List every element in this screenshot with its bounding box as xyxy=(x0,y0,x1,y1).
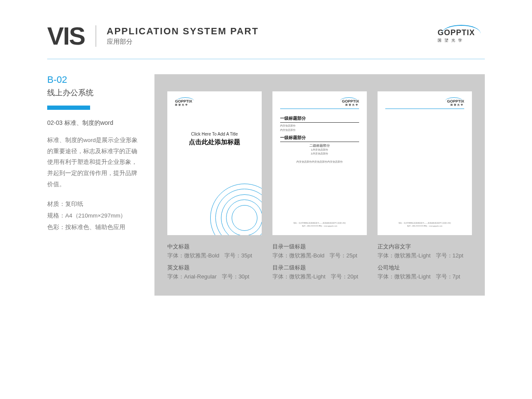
caption-title: 目录一级标题 xyxy=(272,243,367,251)
spec-material: 材质：复印纸 xyxy=(47,198,142,210)
caption-title: 英文标题 xyxy=(167,264,262,272)
footer-contact: 电话：400-XXXXXXX 网址：www.gopptix.com xyxy=(280,224,359,227)
caption-row: 字体：微软雅黑-Bold 字号：25pt xyxy=(272,252,367,260)
section-code: B-02 xyxy=(47,74,142,85)
caption-group-2: 目录一级标题 字体：微软雅黑-Bold 字号：25pt 目录二级标题 字体：微软… xyxy=(272,243,367,285)
section-title: 线上办公系统 xyxy=(47,88,142,98)
logo-arc-icon xyxy=(445,97,462,101)
caption-title: 目录二级标题 xyxy=(272,264,367,272)
toc-body-line: 内文信息部分内文信息部分内文信息部分 xyxy=(280,160,359,164)
page-logo: GOPPTIX 国望光学 xyxy=(342,99,359,106)
page-footer: 地址：北京市朝阳区某某路某某号——某某国际某某某中心某某1-8层 电话：400-… xyxy=(280,221,359,227)
page-logo-sub: 国望光学 xyxy=(175,103,254,106)
caption-font: 字体：微软雅黑-Bold xyxy=(167,252,219,260)
page-column-2: GOPPTIX 国望光学 一级标题部分 内文信息部分 内文信息部分 一级标题部分… xyxy=(272,91,367,285)
toc-section: 一级标题部分 内文信息部分 内文信息部分 一级标题部分 二级标题部分 1.内文信… xyxy=(280,115,359,164)
caption-row: 字体：Arial-Regular 字号：30pt xyxy=(167,273,262,281)
page-header: VIS APPLICATION SYSTEM PART 应用部分 GOPPTIX… xyxy=(0,0,532,59)
caption-row: 字体：微软雅黑-Light 字号：12pt xyxy=(378,252,472,260)
page-toc: GOPPTIX 国望光学 一级标题部分 内文信息部分 内文信息部分 一级标题部分… xyxy=(272,91,367,235)
toc-heading-2: 二级标题部分 xyxy=(280,143,359,148)
cover-title-cn: 点击此处添加标题 xyxy=(175,138,254,146)
vis-title: VIS xyxy=(47,21,85,50)
caption-font: 字体：微软雅黑-Light xyxy=(378,273,431,281)
caption-group-3: 正文内容文字 字体：微软雅黑-Light 字号：12pt 公司地址 字体：微软雅… xyxy=(378,243,472,285)
toc-body-text: 内文信息部分 xyxy=(280,128,359,133)
caption-row: 字体：微软雅黑-Bold 字号：35pt xyxy=(167,252,262,260)
caption-title: 中文标题 xyxy=(167,243,262,251)
caption-size: 字号：25pt xyxy=(329,252,357,260)
toc-sub-item: 2.内文信息部分 xyxy=(280,152,359,156)
caption-size: 字号：30pt xyxy=(222,273,249,281)
brand-logo: GOPPTIX 国望光学 xyxy=(438,28,485,43)
caption-font: 字体：微软雅黑-Bold xyxy=(272,252,324,260)
caption-title: 正文内容文字 xyxy=(378,243,472,251)
caption-row: 字体：微软雅黑-Light 字号：7pt xyxy=(378,273,472,281)
caption-size: 字号：35pt xyxy=(224,252,252,260)
caption-size: 字号：12pt xyxy=(436,252,463,260)
sidebar: B-02 线上办公系统 02-03 标准、制度的word 标准、制度的word是… xyxy=(47,74,142,296)
caption-row: 字体：微软雅黑-Light 字号：20pt xyxy=(272,273,367,281)
spec-size: 规格：A4（210mm×297mm） xyxy=(47,210,142,221)
header-title-en: APPLICATION SYSTEM PART xyxy=(107,26,259,37)
sidebar-subtitle: 02-03 标准、制度的word xyxy=(47,119,142,127)
logo-arc-icon xyxy=(442,25,481,33)
spec-color: 色彩：按标准色、辅助色应用 xyxy=(47,221,142,233)
caption-group-1: 中文标题 字体：微软雅黑-Bold 字号：35pt 英文标题 字体：Arial-… xyxy=(167,243,262,285)
page-logo: GOPPTIX 国望光学 xyxy=(175,99,254,106)
caption-font: 字体：微软雅黑-Light xyxy=(378,252,431,260)
page-logo: GOPPTIX 国望光学 xyxy=(447,99,464,106)
page-header-row: GOPPTIX 国望光学 xyxy=(385,99,464,109)
logo-arc-icon xyxy=(340,97,357,101)
logo-subtext: 国望光学 xyxy=(438,38,485,43)
footer-address: 地址：北京市朝阳区某某路某某号——某某国际某某某中心某某1-8层 xyxy=(385,221,464,224)
page-column-3: GOPPTIX 国望光学 地址：北京市朝阳区某某路某某号——某某国际某某某中心某… xyxy=(378,91,472,285)
header-text-group: APPLICATION SYSTEM PART 应用部分 xyxy=(107,26,259,46)
vertical-divider xyxy=(96,25,96,47)
caption-title: 公司地址 xyxy=(378,264,472,272)
logo-arc-icon xyxy=(177,97,194,101)
toc-heading-1: 一级标题部分 xyxy=(280,135,359,142)
sidebar-paragraph: 标准、制度的word是展示企业形象的重要途径，标志及标准字的正确使用有利于塑造和… xyxy=(47,135,142,190)
caption-font: 字体：Arial-Regular xyxy=(167,273,217,281)
page-logo-sub: 国望光学 xyxy=(342,103,359,106)
caption-font: 字体：微软雅黑-Light xyxy=(272,273,326,281)
preview-panel: GOPPTIX 国望光学 Click Here To Add A Title 点… xyxy=(154,74,485,296)
toc-sub-item: 1.内文信息部分 xyxy=(280,148,359,152)
page-cover: GOPPTIX 国望光学 Click Here To Add A Title 点… xyxy=(167,91,262,235)
footer-contact: 电话：400-XXXXXXX 网址：www.gopptix.com xyxy=(385,224,464,227)
accent-bar xyxy=(47,106,90,110)
header-title-cn: 应用部分 xyxy=(107,38,259,46)
header-rule xyxy=(47,59,485,59)
toc-heading-1: 一级标题部分 xyxy=(280,115,359,123)
page-body: GOPPTIX 国望光学 地址：北京市朝阳区某某路某某号——某某国际某某某中心某… xyxy=(378,91,472,235)
page-logo-sub: 国望光学 xyxy=(447,103,464,106)
caption-size: 字号：7pt xyxy=(436,273,460,281)
page-footer: 地址：北京市朝阳区某某路某某号——某某国际某某某中心某某1-8层 电话：400-… xyxy=(385,221,464,227)
footer-address: 地址：北京市朝阳区某某路某某号——某某国际某某某中心某某1-8层 xyxy=(280,221,359,224)
page-header-row: GOPPTIX 国望光学 xyxy=(280,99,359,109)
caption-size: 字号：20pt xyxy=(331,273,358,281)
toc-body-text: 内文信息部分 xyxy=(280,124,359,128)
cover-title-en: Click Here To Add A Title xyxy=(175,132,254,136)
main-content: B-02 线上办公系统 02-03 标准、制度的word 标准、制度的word是… xyxy=(0,59,532,296)
page-column-1: GOPPTIX 国望光学 Click Here To Add A Title 点… xyxy=(167,91,262,285)
decorative-arcs-icon xyxy=(210,184,262,235)
